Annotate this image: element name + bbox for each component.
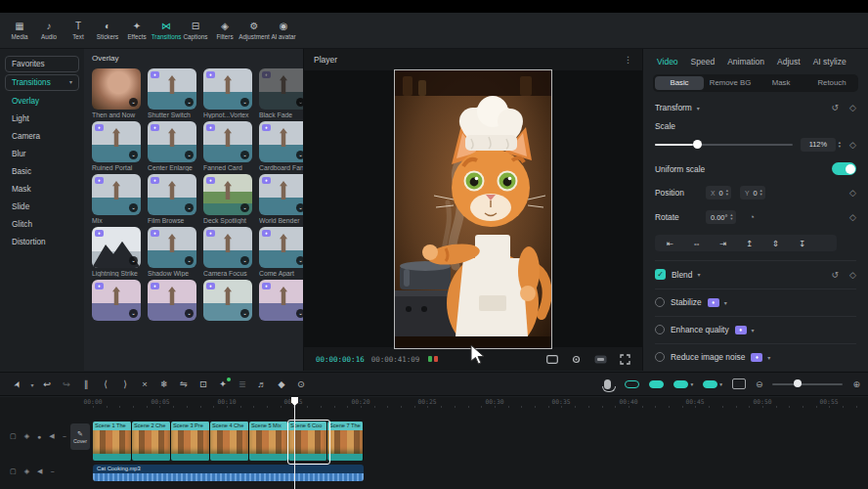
scale-stepper[interactable]: ▴▾ <box>839 141 841 150</box>
transition-item[interactable]: ♦⌄Shutter Switch <box>148 68 196 118</box>
transition-item[interactable]: ♦⌄Shadow Wipe <box>148 227 196 277</box>
track-lock-icon[interactable]: ● <box>37 433 41 440</box>
keyframe-icon[interactable]: ◇ <box>849 212 856 222</box>
clip-scene-3[interactable]: Scene 3 Pre <box>171 422 210 461</box>
crop-button[interactable]: ⊡ <box>194 378 213 389</box>
transition-item[interactable]: ♦⌄Camera Focus <box>203 227 252 277</box>
tab-audio[interactable]: ♪Audio <box>34 21 64 40</box>
tab-transitions[interactable]: ⋈Transitions <box>152 21 181 40</box>
scale-slider[interactable] <box>655 144 793 146</box>
preview-quality-icon[interactable] <box>594 355 607 364</box>
tab-text[interactable]: TText <box>64 21 93 40</box>
sidebar-item-camera[interactable]: Camera <box>0 128 84 146</box>
sidebar-item-favorites[interactable]: Favorites <box>5 56 79 72</box>
track-hide-icon[interactable]: ▢ <box>10 432 17 440</box>
sidebar-item-distortion[interactable]: Distortion <box>0 234 84 251</box>
subtab-remove-bg[interactable]: Remove BG <box>706 76 755 90</box>
chevron-down-icon[interactable]: ▾ <box>752 327 755 333</box>
sidebar-item-slide[interactable]: Slide <box>0 199 84 216</box>
align-top-icon[interactable]: ↥ <box>736 239 762 248</box>
enhance-quality-checkbox[interactable] <box>655 325 665 334</box>
sidebar-item-transitions[interactable]: Transitions▾ <box>5 74 79 91</box>
stabilize-checkbox[interactable] <box>655 297 665 307</box>
keyframe-button[interactable]: ◆ <box>272 378 291 389</box>
scale-value[interactable]: 112% <box>801 138 836 152</box>
audio-clip[interactable]: Cat Cooking.mp3 <box>93 465 364 481</box>
magic-tool[interactable]: ✦ <box>213 378 233 389</box>
mirror-button[interactable]: ⇋ <box>174 378 194 389</box>
transition-item[interactable]: ♦⌄Lightning Strike <box>92 227 141 277</box>
clip-scene-5[interactable]: Scene 5 Mix <box>249 422 288 461</box>
freeze-frame-button[interactable]: ❄ <box>154 378 174 389</box>
chevron-down-icon[interactable]: ▾ <box>767 354 770 361</box>
tab-adjust[interactable]: Adjust <box>777 57 801 67</box>
track-hide-icon[interactable]: ▢ <box>10 467 17 475</box>
video-frame[interactable] <box>395 70 551 348</box>
ruler-ticks[interactable] <box>93 406 865 408</box>
tab-speed[interactable]: Speed <box>691 57 716 67</box>
transition-item[interactable]: ♦⌄Deck Spotlight <box>203 174 252 224</box>
position-y-input[interactable]: Y 0 ▴▾ <box>740 186 765 200</box>
zoom-in-icon[interactable]: ⊕ <box>852 379 860 389</box>
transition-item[interactable]: ♦⌄ <box>92 280 141 321</box>
uniform-scale-toggle[interactable] <box>832 162 856 175</box>
track-mute-icon[interactable]: ◀ <box>37 467 42 475</box>
clip-scene-7[interactable]: Scene 7 The <box>327 422 364 461</box>
playhead[interactable] <box>294 397 295 489</box>
tab-adjustment[interactable]: ⚙Adjustment <box>239 21 269 40</box>
record-button[interactable]: ⊙ <box>291 378 311 389</box>
align-center-h-icon[interactable]: ⇔ <box>683 239 710 248</box>
transition-item[interactable]: ♦⌄Mix <box>92 174 141 224</box>
sidebar-item-basic[interactable]: Basic <box>0 163 84 181</box>
reduce-noise-checkbox[interactable] <box>655 352 665 362</box>
tab-video[interactable]: Video <box>657 57 678 67</box>
keyframe-icon[interactable]: ◇ <box>849 188 856 198</box>
clip-scene-4[interactable]: Scene 4 Che <box>210 422 249 461</box>
blend-checkbox[interactable]: ✓ <box>655 269 666 280</box>
reset-icon[interactable]: ↺ <box>832 270 840 280</box>
transition-item[interactable]: ♦⌄Film Browse <box>148 174 196 224</box>
cover-button[interactable]: ✎ Cover <box>70 423 90 450</box>
position-x-input[interactable]: X 0 ▴▾ <box>706 186 731 200</box>
transition-item[interactable]: ♦⌄Black Fade <box>259 68 303 118</box>
sidebar-item-glitch[interactable]: Glitch <box>0 216 84 234</box>
zoom-out-icon[interactable]: ⊖ <box>756 379 763 389</box>
tab-stickers[interactable]: ◐Stickers <box>93 21 122 40</box>
sidebar-item-blur[interactable]: Blur <box>0 146 84 163</box>
keyframe-icon[interactable]: ◇ <box>849 140 856 150</box>
preview-axis-icon[interactable] <box>732 378 746 389</box>
rotate-input[interactable]: 0.00° ▴▾ <box>706 210 736 224</box>
tab-effects[interactable]: ✦Effects <box>122 21 152 40</box>
tab-ai-stylize[interactable]: AI stylize <box>813 57 846 67</box>
track-mute-icon[interactable]: ◀ <box>49 432 54 440</box>
link-toggle[interactable] <box>625 380 639 388</box>
auto-cut-toggle[interactable] <box>649 380 664 388</box>
sidebar-item-light[interactable]: Light <box>0 111 84 128</box>
track-cover-icon[interactable]: ◈ <box>24 467 29 475</box>
select-tool-caret[interactable]: ▾ <box>27 378 37 389</box>
tab-media[interactable]: ▦Media <box>5 21 34 40</box>
transition-item[interactable]: ♦⌄World Bender <box>259 174 303 224</box>
align-center-v-icon[interactable]: ⇕ <box>762 239 789 248</box>
chevron-down-icon[interactable]: ▾ <box>724 299 727 306</box>
subtab-basic[interactable]: Basic <box>655 76 704 90</box>
microphone-icon[interactable] <box>604 379 611 389</box>
clip-scene-1[interactable]: Scene 1 The <box>93 422 132 461</box>
snapshot-icon[interactable] <box>571 354 582 365</box>
redo-button[interactable]: ↪ <box>57 378 76 389</box>
transition-item[interactable]: ♦⌄Hypnot...Vortex <box>203 68 252 118</box>
subtab-retouch[interactable]: Retouch <box>807 76 856 90</box>
transition-item[interactable]: ♦⌄Fanned Card <box>203 121 252 171</box>
audio-button[interactable]: ♬ <box>252 378 272 389</box>
subtab-mask[interactable]: Mask <box>757 76 805 90</box>
extract-audio-button[interactable]: ≣ <box>233 378 252 389</box>
chevron-down-icon[interactable]: ▾ <box>697 271 700 278</box>
track-more-icon[interactable]: − <box>50 468 54 475</box>
keyframe-icon[interactable]: ◇ <box>849 270 856 280</box>
keyframe-icon[interactable]: ◇ <box>849 103 856 112</box>
ratio-icon[interactable] <box>546 355 558 364</box>
transition-item[interactable]: ♦⌄Come Apart <box>259 227 303 277</box>
align-bottom-icon[interactable]: ↧ <box>789 239 815 248</box>
preview-stage[interactable] <box>304 70 642 347</box>
snap-toggle[interactable]: ▾ <box>673 380 693 388</box>
